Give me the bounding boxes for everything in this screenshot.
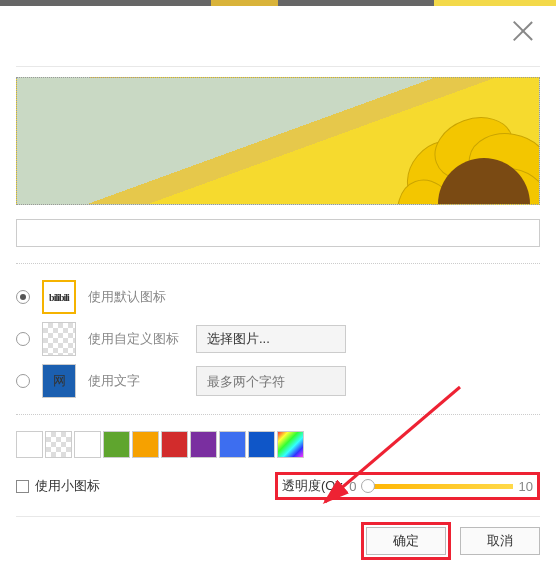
color-swatches: [16, 431, 540, 458]
radio-default-icon[interactable]: [16, 290, 30, 304]
divider: [16, 66, 540, 67]
color-swatch-5[interactable]: [161, 431, 188, 458]
title-region: [16, 32, 206, 56]
default-icon-label: 使用默认图标: [88, 288, 184, 306]
url-input[interactable]: [16, 219, 540, 247]
cancel-button[interactable]: 取消: [460, 527, 540, 555]
custom-icon-label: 使用自定义图标: [88, 330, 184, 348]
text-icon-char: 网: [53, 372, 66, 390]
radio-custom-icon[interactable]: [16, 332, 30, 346]
color-swatch-1[interactable]: [45, 431, 72, 458]
default-icon-thumb[interactable]: bilibili: [42, 280, 76, 314]
bili-logo: bilibili: [49, 292, 69, 303]
custom-icon-thumb[interactable]: [42, 322, 76, 356]
color-swatch-3[interactable]: [103, 431, 130, 458]
opacity-slider[interactable]: [363, 484, 513, 489]
color-swatch-8[interactable]: [248, 431, 275, 458]
preview-image: [16, 77, 540, 205]
opacity-control-highlight: 透明度(O): 0 10: [275, 472, 540, 500]
color-swatch-0[interactable]: [16, 431, 43, 458]
color-swatch-2[interactable]: [74, 431, 101, 458]
small-icon-label: 使用小图标: [35, 477, 100, 495]
ok-button[interactable]: 确定: [366, 527, 446, 555]
choose-image-button[interactable]: 选择图片...: [196, 325, 346, 353]
dotted-divider-2: [16, 414, 540, 415]
close-icon[interactable]: [510, 18, 536, 44]
opacity-min: 0: [349, 479, 356, 494]
radio-use-text[interactable]: [16, 374, 30, 388]
slider-thumb[interactable]: [361, 479, 375, 493]
small-icon-checkbox[interactable]: [16, 480, 29, 493]
text-icon-thumb[interactable]: 网: [42, 364, 76, 398]
dotted-divider: [16, 263, 540, 264]
use-text-label: 使用文字: [88, 372, 184, 390]
color-swatch-9[interactable]: [277, 431, 304, 458]
color-swatch-4[interactable]: [132, 431, 159, 458]
color-swatch-6[interactable]: [190, 431, 217, 458]
color-swatch-7[interactable]: [219, 431, 246, 458]
char-input[interactable]: [196, 366, 346, 396]
opacity-label: 透明度(O):: [282, 477, 343, 495]
opacity-max: 10: [519, 479, 533, 494]
